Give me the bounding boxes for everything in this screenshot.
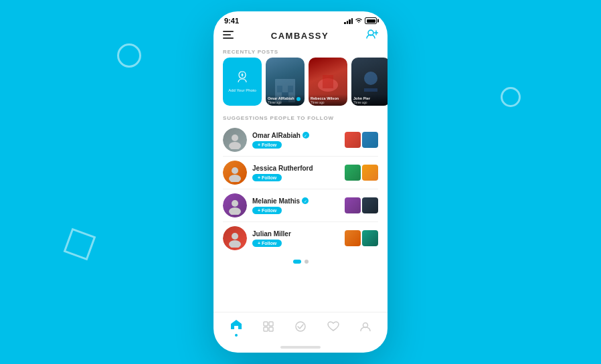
svg-point-23 <box>229 240 241 248</box>
bg-decoration-square <box>64 228 96 261</box>
status-time: 9:41 <box>224 17 239 25</box>
svg-rect-10 <box>288 86 293 92</box>
post-card-2[interactable]: Rebecca Wilson Three ago <box>309 58 347 106</box>
pagination-dot-2[interactable] <box>305 260 309 264</box>
user-icon <box>360 321 371 335</box>
suggestion-photo-3b <box>362 197 378 213</box>
post-time-2: Three ago <box>311 101 345 104</box>
recently-posts-label: RECENTLY POSTS <box>213 46 388 58</box>
nav-active-indicator <box>235 334 238 337</box>
svg-point-21 <box>229 207 241 215</box>
post-name-1: Omar AlRabiah <box>268 96 303 101</box>
svg-rect-2 <box>223 37 234 39</box>
suggestion-item-3: Melanie Mathis ✓ + Follow <box>223 189 378 222</box>
nav-heart[interactable] <box>322 320 345 336</box>
svg-rect-24 <box>264 322 268 326</box>
suggestion-photo-2a <box>345 165 361 181</box>
avatar-julian <box>223 226 247 250</box>
follow-button-1[interactable]: + Follow <box>252 141 282 149</box>
home-icon <box>230 319 242 333</box>
suggestions-list: Omar AlRabiah ✓ + Follow <box>213 124 388 254</box>
main-content: RECENTLY POSTS Add Your Photo <box>213 46 388 312</box>
app-title: CAMBASSY <box>271 31 329 41</box>
post-name-3: John Pier <box>353 96 388 101</box>
svg-point-20 <box>232 200 238 207</box>
follow-button-4[interactable]: + Follow <box>252 240 282 247</box>
avatar-omar <box>223 128 247 152</box>
pagination-dot-1[interactable] <box>293 260 301 264</box>
heart-icon <box>327 321 339 335</box>
pagination-dots <box>213 254 388 269</box>
svg-point-14 <box>364 72 377 85</box>
suggestion-name-1: Omar AlRabiah <box>252 132 300 139</box>
bottom-nav <box>213 312 388 346</box>
bg-decoration-circle-1 <box>117 43 141 68</box>
svg-point-28 <box>296 322 305 331</box>
svg-rect-13 <box>323 75 333 88</box>
post-name-2: Rebecca Wilson <box>311 96 345 101</box>
suggestion-item-1: Omar AlRabiah ✓ + Follow <box>223 124 378 157</box>
post-card-3[interactable]: John Pier Three ago <box>351 58 388 106</box>
follow-button-2[interactable]: + Follow <box>252 174 282 181</box>
suggestion-name-4: Julian Miller <box>252 230 291 238</box>
suggestion-item-2: Jessica Rutherford + Follow <box>223 157 378 189</box>
svg-rect-1 <box>223 34 231 35</box>
svg-rect-0 <box>223 31 234 32</box>
status-icons <box>344 17 377 25</box>
suggestion-photos-1 <box>345 132 378 148</box>
post-time-3: Three ago <box>353 101 388 104</box>
suggestion-photo-2b <box>362 165 378 181</box>
add-photo-card[interactable]: Add Your Photo <box>223 58 262 106</box>
follow-button-3[interactable]: + Follow <box>252 207 282 214</box>
suggestion-photo-1b <box>362 132 378 148</box>
svg-point-17 <box>229 142 241 149</box>
add-photo-label: Add Your Photo <box>228 88 256 93</box>
grid-icon <box>263 321 274 335</box>
suggestion-item-4: Julian Miller + Follow <box>223 222 378 254</box>
svg-rect-26 <box>264 327 268 331</box>
suggestions-label: SUGGESTIONS PEOPLE TO FOLLOW <box>213 112 388 124</box>
suggestion-photo-1a <box>345 132 361 148</box>
suggestion-photos-4 <box>345 230 378 246</box>
suggestion-photo-4b <box>362 230 378 246</box>
suggestion-info-3: Melanie Mathis ✓ + Follow <box>252 197 341 214</box>
post-card-1[interactable]: Omar AlRabiah Three ago <box>266 58 305 106</box>
svg-rect-15 <box>364 88 377 92</box>
avatar-jessica <box>223 161 247 185</box>
phone-shadow <box>234 361 367 364</box>
nav-grid[interactable] <box>258 320 279 336</box>
suggestion-name-3: Melanie Mathis <box>252 197 300 205</box>
home-indicator <box>280 346 321 349</box>
menu-icon[interactable] <box>223 29 234 41</box>
nav-home[interactable] <box>225 318 248 338</box>
post-time-1: Three ago <box>268 101 303 104</box>
svg-rect-27 <box>269 327 273 331</box>
add-user-button[interactable] <box>366 29 378 42</box>
battery-icon <box>365 17 377 24</box>
suggestion-info-4: Julian Miller + Follow <box>252 230 341 247</box>
status-bar: 9:41 <box>213 11 388 27</box>
suggestion-info-1: Omar AlRabiah ✓ + Follow <box>252 132 341 149</box>
app-header: CAMBASSY <box>213 27 388 46</box>
check-icon <box>294 321 307 335</box>
suggestion-photo-4a <box>345 230 361 246</box>
svg-point-22 <box>232 233 238 240</box>
bg-decoration-circle-2 <box>501 87 521 107</box>
svg-point-16 <box>232 134 238 141</box>
signal-icon <box>344 18 353 24</box>
posts-row: Add Your Photo Omar AlRabiah Three ago <box>213 58 388 112</box>
nav-user[interactable] <box>355 320 376 336</box>
phone-frame: 9:41 <box>213 11 388 353</box>
suggestion-name-2: Jessica Rutherford <box>252 165 313 172</box>
avatar-melanie <box>223 193 247 217</box>
suggestion-info-2: Jessica Rutherford + Follow <box>252 165 341 181</box>
verified-badge-3: ✓ <box>302 197 309 204</box>
suggestion-photo-3a <box>345 197 361 213</box>
svg-rect-9 <box>277 86 282 92</box>
svg-point-18 <box>232 167 238 174</box>
suggestion-photos-2 <box>345 165 378 181</box>
add-photo-icon <box>237 70 248 86</box>
nav-check[interactable] <box>289 320 312 336</box>
svg-rect-25 <box>269 322 273 326</box>
suggestion-photos-3 <box>345 197 378 213</box>
